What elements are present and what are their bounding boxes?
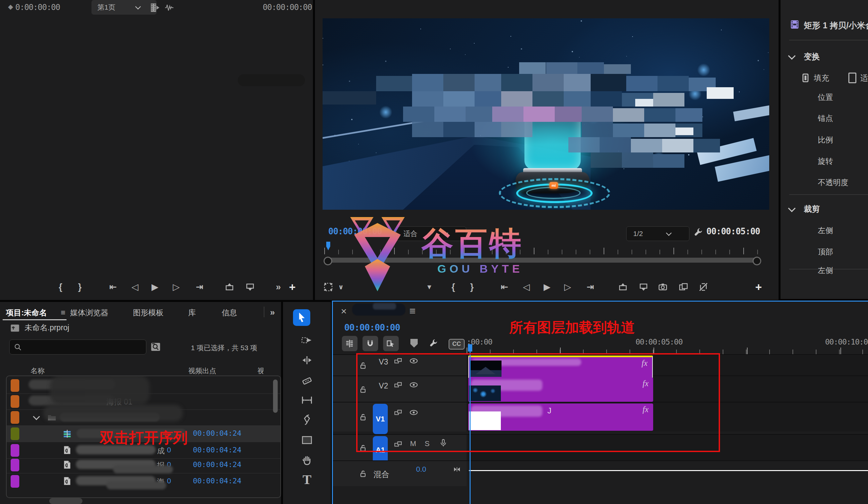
go-to-in-button[interactable]: ⇤ xyxy=(106,280,121,294)
step-forward-button[interactable]: ▷ xyxy=(169,280,184,294)
close-icon[interactable]: × xyxy=(341,305,347,317)
tool-razor[interactable] xyxy=(294,372,320,390)
resolution-dropdown[interactable]: 1/2 xyxy=(626,226,690,241)
go-to-out-button[interactable]: ⇥ xyxy=(192,280,207,294)
fill2-icon[interactable] xyxy=(848,73,856,83)
step-back-button[interactable]: ◁ xyxy=(519,280,534,294)
color-label[interactable] xyxy=(11,475,19,488)
mark-in-button[interactable]: { xyxy=(53,280,68,294)
captions-button[interactable]: CC xyxy=(448,339,465,350)
chevron-down-icon[interactable] xyxy=(788,52,796,60)
step-back-button[interactable]: ◁ xyxy=(128,280,142,294)
fit-dropdown[interactable]: 适合 xyxy=(396,226,466,241)
scrollbar-handle-right[interactable] xyxy=(753,257,761,265)
search-input[interactable] xyxy=(9,340,146,354)
tool-rectangle[interactable] xyxy=(294,431,320,449)
settings-wrench-icon[interactable] xyxy=(692,227,704,238)
chevron-down-icon[interactable] xyxy=(788,205,796,212)
mix-volume-value[interactable]: 0.0 xyxy=(416,465,426,474)
color-label[interactable] xyxy=(11,379,19,392)
timeline-timecode[interactable]: 00:00:00:00 xyxy=(344,322,400,333)
mark-out-button[interactable]: } xyxy=(465,280,479,294)
project-scrollbar[interactable] xyxy=(273,380,278,413)
add-button[interactable]: + xyxy=(751,280,766,294)
tab-other-2[interactable]: 图形模板 xyxy=(130,308,166,318)
comparison-view-button[interactable] xyxy=(676,280,691,294)
tab-project[interactable]: 项目:未命名 xyxy=(3,308,50,318)
tool-type[interactable]: T xyxy=(294,470,320,488)
page-selector-dropdown[interactable]: 第1页 xyxy=(92,0,157,14)
panel-overflow-button[interactable]: » xyxy=(270,308,275,316)
play-button[interactable]: ▶ xyxy=(148,280,162,294)
program-scrollbar[interactable] xyxy=(324,258,761,263)
fx-row-左侧[interactable]: 左侧 xyxy=(781,223,868,238)
timeline-playhead-head[interactable] xyxy=(468,344,472,352)
tool-hand[interactable] xyxy=(294,451,320,469)
tool-pen[interactable] xyxy=(294,411,320,429)
step-forward-button[interactable]: ▷ xyxy=(560,280,575,294)
color-label[interactable] xyxy=(11,411,19,424)
multi-camera-button[interactable] xyxy=(696,280,711,294)
drag-video-icon[interactable] xyxy=(149,2,160,13)
more-button[interactable]: » xyxy=(271,280,286,294)
fx-row-顶部[interactable]: 顶部 xyxy=(781,244,868,259)
project-breadcrumb[interactable]: 未命名.prproj xyxy=(10,323,69,333)
lock-icon[interactable] xyxy=(359,470,368,478)
track-lane-混合[interactable] xyxy=(467,461,868,486)
extract-button[interactable] xyxy=(636,280,651,294)
export-frame-button[interactable] xyxy=(655,280,670,294)
fx-row-裁剪[interactable]: 裁剪 xyxy=(781,202,868,216)
add-marker-button[interactable]: ▼ xyxy=(422,280,437,294)
timeline-ruler[interactable]: :00:0000:00:05:0000:00:10:00 xyxy=(467,337,868,354)
tool-track-select-forward[interactable] xyxy=(294,331,320,349)
tool-ripple-edit[interactable] xyxy=(294,351,320,369)
overwrite-button[interactable] xyxy=(243,280,257,294)
settings-chevron[interactable]: ∨ xyxy=(333,280,348,294)
drag-audio-icon[interactable] xyxy=(164,3,174,13)
fx-row-比例[interactable]: 比例 xyxy=(781,132,868,147)
add-marker-button[interactable] xyxy=(410,339,418,347)
track-header-混合[interactable]: 混合0.0 xyxy=(333,461,467,486)
panel-menu-icon[interactable]: ≡ xyxy=(410,305,416,317)
search-bin-icon[interactable] xyxy=(150,342,161,352)
mark-out-button[interactable]: } xyxy=(72,280,87,294)
fx-row-锚点[interactable]: 锚点 xyxy=(781,111,868,125)
tab-other-3[interactable]: 库 xyxy=(186,308,198,318)
add-button[interactable]: + xyxy=(285,280,300,294)
snap-toggle-button[interactable] xyxy=(362,336,378,351)
color-label[interactable] xyxy=(11,444,19,457)
blurred-region xyxy=(43,405,183,422)
nest-toggle-button[interactable] xyxy=(342,336,358,351)
linked-selection-button[interactable] xyxy=(383,336,399,351)
chevron-down-icon[interactable] xyxy=(33,413,40,420)
fx-row-填充[interactable]: 填充适 xyxy=(781,71,868,85)
scrollbar-handle-left[interactable] xyxy=(323,257,332,265)
timeline-settings-wrench[interactable] xyxy=(428,338,439,349)
fill-icon[interactable] xyxy=(803,73,808,82)
fx-row-旋转[interactable]: 旋转 xyxy=(781,154,868,169)
fx-row-位置[interactable]: 位置 xyxy=(781,90,868,104)
lift-button[interactable] xyxy=(616,280,630,294)
go-to-out-button[interactable]: ⇥ xyxy=(583,280,598,294)
program-ruler[interactable] xyxy=(324,246,763,256)
tab-other-1[interactable]: 媒体浏览器 xyxy=(68,308,111,318)
insert-button[interactable] xyxy=(222,280,237,294)
color-label[interactable] xyxy=(11,427,19,440)
fx-row-左侧[interactable]: 左侧 xyxy=(781,263,868,278)
keyframe-nav-icon[interactable] xyxy=(453,465,461,474)
tab-menu-icon[interactable]: ≡ xyxy=(59,308,68,317)
tab-other-4[interactable]: 信息 xyxy=(219,308,240,318)
column-videoout[interactable]: 视频出点 xyxy=(188,366,216,375)
fx-row-变换[interactable]: 变换 xyxy=(781,49,868,64)
star-glow xyxy=(696,62,711,78)
column-name[interactable]: 名称 xyxy=(31,366,44,375)
color-label[interactable] xyxy=(11,459,19,471)
mark-in-button[interactable]: { xyxy=(446,280,461,294)
go-to-in-button[interactable]: ⇤ xyxy=(497,280,512,294)
volume-rubber-band[interactable] xyxy=(469,470,868,471)
fx-row-不透明度[interactable]: 不透明度 xyxy=(781,175,868,190)
tool-selection[interactable] xyxy=(293,309,310,326)
tool-slip[interactable] xyxy=(294,391,320,409)
play-button[interactable]: ▶ xyxy=(540,280,555,294)
color-label[interactable] xyxy=(11,395,19,408)
